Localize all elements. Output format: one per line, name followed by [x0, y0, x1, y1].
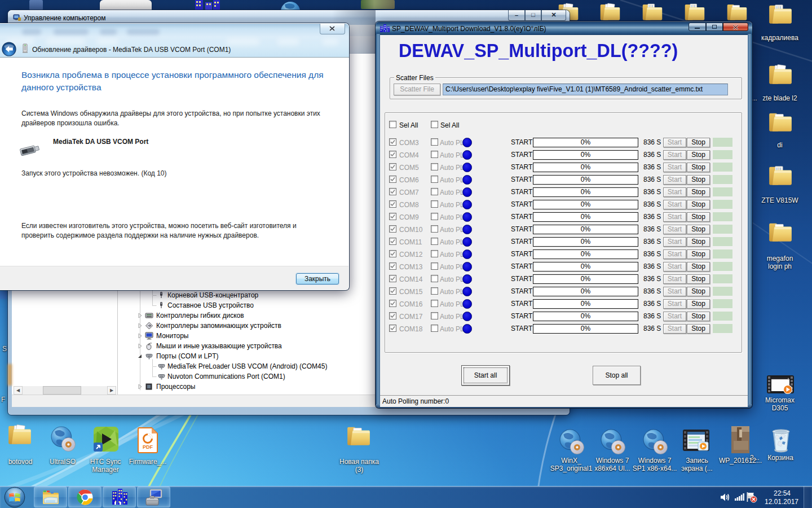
svg-text:PDF: PDF [143, 444, 153, 450]
